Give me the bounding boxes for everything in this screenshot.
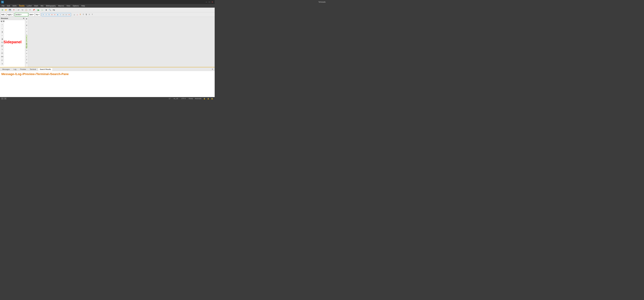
label-combo[interactable]: label ▾ xyxy=(29,13,34,16)
ct-bold[interactable]: B xyxy=(25,18,28,20)
tab-messages[interactable]: Messages xyxy=(0,68,12,71)
ct-align-right[interactable]: ≡ xyxy=(25,33,28,36)
ct-sqrt[interactable]: √x xyxy=(25,61,28,64)
sidebar-btn-ti[interactable]: TI xyxy=(0,48,4,51)
save-button[interactable]: 💾 xyxy=(8,8,12,12)
ct-return[interactable]: ↵ xyxy=(25,40,28,42)
minimize-button[interactable]: ─ xyxy=(205,1,208,3)
app-logo: TS xyxy=(1,1,4,4)
menu-macros[interactable]: Macros xyxy=(57,5,65,7)
table-btn-4[interactable]: ⊞ xyxy=(50,13,53,16)
scroll-up-button[interactable]: ▲ xyxy=(0,20,2,22)
undo-button[interactable]: ↩ xyxy=(17,8,20,12)
menu-edit[interactable]: Edit xyxy=(6,5,11,7)
status-icon-1[interactable]: □ xyxy=(1,97,4,100)
ct-bm[interactable]: BM xyxy=(25,46,28,48)
ct-align-center[interactable]: ≡ xyxy=(25,30,28,33)
ct-superscript[interactable]: x² xyxy=(25,52,28,55)
text-btn-T3[interactable]: T xyxy=(85,13,88,16)
ct-italic[interactable]: I xyxy=(25,21,28,23)
text-btn-T4[interactable]: T xyxy=(88,13,91,16)
table-btn-6[interactable]: ▦ xyxy=(56,13,59,16)
table-btn-1[interactable]: ⊞ xyxy=(42,13,45,16)
find-button[interactable]: 🔍 xyxy=(48,8,52,12)
right-bracket-combo[interactable]: \right) ▾ xyxy=(6,13,13,16)
open-button[interactable]: 📂 xyxy=(4,8,8,12)
editor-area[interactable] xyxy=(28,17,215,67)
right-bracket-label: \right) xyxy=(7,14,12,16)
tab-search-results[interactable]: Search Results xyxy=(38,68,52,71)
table-btn-5[interactable]: ⊟ xyxy=(54,13,56,16)
table-btn-8[interactable]: |◁ xyxy=(62,13,65,16)
menu-bibliography[interactable]: Bibliography xyxy=(45,5,57,7)
menu-help[interactable]: Help xyxy=(80,5,86,7)
ct-math-inline[interactable]: $$ xyxy=(25,43,28,45)
sidebar-btn-bm[interactable]: BM xyxy=(0,55,4,58)
menu-file[interactable]: File xyxy=(0,5,6,7)
table-btn-7[interactable]: ⊡ xyxy=(59,13,62,16)
run-build-button[interactable]: ▶ xyxy=(37,8,40,12)
ct-align-justify[interactable]: ≡ xyxy=(25,36,28,39)
sidebar-close-button[interactable]: ✕ xyxy=(23,18,24,19)
bottom-panel-close[interactable]: ✕ xyxy=(211,68,214,71)
sidebar-btn-as[interactable]: AS xyxy=(0,51,4,55)
table-btn-10[interactable]: ⊞ xyxy=(68,13,70,16)
tab-log[interactable]: Log xyxy=(12,68,18,71)
sidebar-header: Structure ✕ xyxy=(0,17,25,20)
close-button[interactable]: ✕ xyxy=(211,1,214,3)
menu-options[interactable]: Options xyxy=(72,5,80,7)
menu-latex[interactable]: LaTeX xyxy=(26,5,33,7)
size-arrow: ▾ xyxy=(39,14,40,15)
sidebar-panel: Structure ✕ ▲ ▼ ≡ ≡ ◉ ✂ ▦ PS MP TI AS BM… xyxy=(0,17,25,67)
paste-button[interactable]: 📌 xyxy=(32,8,36,12)
status-language[interactable]: en_US xyxy=(173,98,179,99)
log-button[interactable]: log xyxy=(52,8,56,12)
menu-view[interactable]: View xyxy=(66,5,72,7)
table-btn-9[interactable]: ▷| xyxy=(65,13,68,16)
left-bracket-combo[interactable]: \left( ▾ xyxy=(0,13,6,16)
status-icon-2[interactable]: ≡ xyxy=(4,97,6,100)
table-btn-3[interactable]: ⊠ xyxy=(48,13,50,16)
sidebar-btn-xy[interactable]: XY xyxy=(0,59,4,62)
sidebar-btn-ps[interactable]: PS xyxy=(0,41,4,44)
menu-tools[interactable]: Tools xyxy=(18,5,25,7)
text-btn-T[interactable]: T xyxy=(79,13,82,16)
label-label: label xyxy=(30,14,33,16)
sidebar-btn-list[interactable]: ≡ xyxy=(0,27,4,30)
stop-button[interactable]: ■ xyxy=(44,8,48,12)
status-mode: Automatic xyxy=(194,98,202,99)
sidebar-btn-bookmark[interactable]: ◉ xyxy=(0,30,4,34)
menu-wiz[interactable]: Wiz xyxy=(40,5,45,7)
menu-math[interactable]: Math xyxy=(33,5,39,7)
new-button[interactable]: ⊕ xyxy=(0,8,4,12)
redo-button[interactable]: ↪ xyxy=(20,8,24,12)
text-btn-T2[interactable]: T xyxy=(82,13,85,16)
compile-button[interactable]: ▷ xyxy=(40,8,44,12)
menu-idefix[interactable]: Idefix xyxy=(11,5,18,7)
ct-frac1[interactable]: ƒ xyxy=(25,55,28,58)
ct-subscript[interactable]: x₂ xyxy=(25,49,28,52)
close-file-button[interactable]: ✕ xyxy=(12,8,16,12)
ct-frac2[interactable]: ƒ̈ xyxy=(25,58,28,61)
sep2 xyxy=(36,9,36,12)
sidebar-btn-mp[interactable]: MP xyxy=(0,44,4,48)
sidebar-btn-layout[interactable]: ▦ xyxy=(0,37,4,41)
status-encoding[interactable]: UTF-8 xyxy=(181,98,186,99)
ct-align-left[interactable]: ≡ xyxy=(25,27,28,30)
sidebar-btn-scissors[interactable]: ✂ xyxy=(0,34,4,37)
triangle-btn-1[interactable]: △ xyxy=(73,13,76,16)
triangle-btn-2[interactable]: △ xyxy=(76,13,79,16)
sidebar-btn-structure[interactable]: ≡ xyxy=(0,23,4,26)
sidebar-btn-settings[interactable]: ⚙ xyxy=(0,62,4,65)
section-combo[interactable]: section ▾ xyxy=(15,13,28,16)
maximize-button[interactable]: □ xyxy=(208,1,210,3)
size-combo[interactable]: tiny ▾ xyxy=(35,13,40,16)
scroll-down-button[interactable]: ▼ xyxy=(3,20,5,22)
text-btn-T5[interactable]: T xyxy=(91,13,94,16)
table-btn-2[interactable]: ⊟ xyxy=(45,13,48,16)
copy-format-button[interactable]: 📋 xyxy=(24,8,28,12)
cut-button[interactable]: ✂ xyxy=(28,8,32,12)
ct-underline[interactable]: U xyxy=(25,24,28,27)
tab-terminal[interactable]: Terminal xyxy=(28,68,38,71)
tab-preview[interactable]: Preview xyxy=(18,68,28,71)
